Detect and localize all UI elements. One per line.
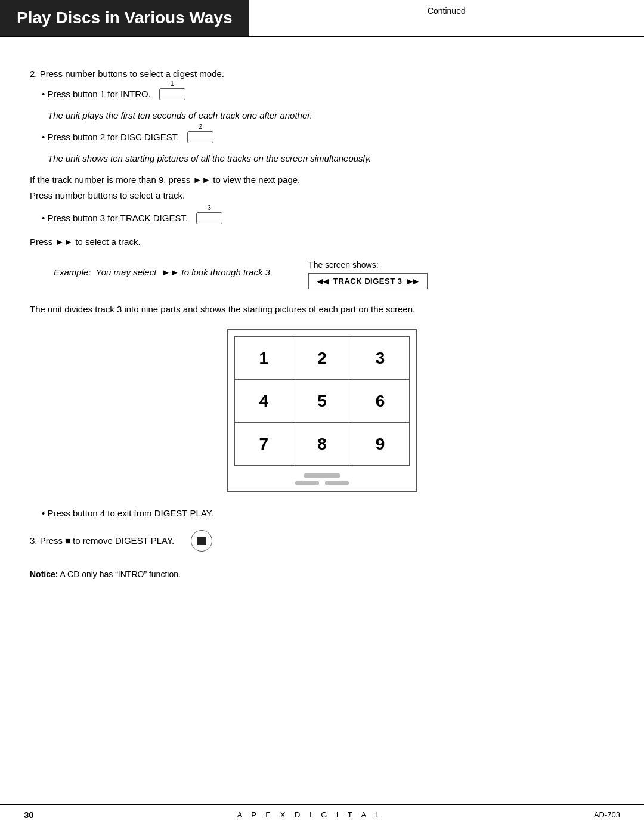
grid-cell-2: 2	[293, 337, 352, 380]
tv-outer: 123456789	[227, 329, 417, 492]
intro-italic: The unit plays the first ten seconds of …	[48, 109, 614, 123]
track-digest-bullet-text: • Press button 3 for TRACK DIGEST.	[42, 211, 188, 225]
right-arrow-icon	[407, 277, 418, 286]
press-forward-text: Press ►► to select a track.	[30, 235, 614, 249]
tv-base-right	[325, 481, 349, 485]
example-area: Example: You may select ►► to look throu…	[54, 255, 614, 289]
page-footer: 30 A P E X D I G I T A L AD-703	[0, 804, 644, 820]
tv-base-left	[295, 481, 319, 485]
track-digest-text: TRACK DIGEST 3	[333, 277, 402, 286]
button-2-illus: 2	[187, 131, 213, 143]
grid-cell-3: 3	[351, 337, 410, 380]
exit-bullet-text: • Press button 4 to exit from DIGEST PLA…	[42, 506, 213, 521]
grid-cell-5: 5	[293, 380, 352, 423]
grid-cell-7: 7	[235, 423, 293, 466]
grid-cell-4: 4	[235, 380, 293, 423]
button-3-illus: 3	[196, 212, 222, 224]
grid-cell-8: 8	[293, 423, 352, 466]
step3-rest: to remove DIGEST PLAY.	[73, 534, 174, 548]
track-digest-row: • Press button 3 for TRACK DIGEST. 3	[42, 211, 614, 225]
screen-shows-label: The screen shows:	[308, 255, 379, 270]
disc-digest-row: • Press button 2 for DISC DIGEST. 2	[42, 130, 614, 144]
tv-illustration: 123456789	[30, 329, 614, 492]
notice-text: A CD only has “INTRO” function.	[60, 569, 181, 579]
tv-ctrl-bar-wide	[304, 473, 340, 478]
stop-button-illus	[191, 530, 212, 552]
left-arrow-icon	[317, 277, 329, 286]
grid: 123456789	[234, 336, 410, 466]
example-text: Example: You may select ►► to look throu…	[54, 265, 273, 280]
page-number: 30	[24, 810, 48, 820]
grid-cell-9: 9	[351, 423, 410, 466]
tv-controls	[234, 471, 410, 479]
notice-label: Notice:	[30, 569, 58, 579]
intro-bullet-text: • Press button 1 for INTRO.	[42, 87, 151, 101]
grid-cell-6: 6	[351, 380, 410, 423]
stop-symbol: ■	[65, 534, 70, 548]
continued-label: Continued	[249, 0, 644, 36]
divides-text: The unit divides track 3 into nine parts…	[30, 302, 614, 317]
button-1-illus: 1	[159, 88, 185, 100]
title-box: Play Discs in Various Ways	[0, 0, 249, 36]
brand-name: A P E X D I G I T A L	[48, 810, 572, 819]
step3-label: 3. Press	[30, 534, 63, 548]
exit-row: • Press button 4 to exit from DIGEST PLA…	[42, 506, 614, 521]
step2-section: 2. Press number buttons to select a dige…	[30, 67, 614, 579]
tv-base-line	[234, 481, 410, 485]
step3-row: 3. Press ■ to remove DIGEST PLAY.	[30, 530, 614, 552]
stop-square-icon	[197, 537, 206, 545]
step2-label: 2. Press number buttons to select a dige…	[30, 67, 614, 81]
main-content: 2. Press number buttons to select a dige…	[0, 37, 644, 608]
tv-screen: 123456789	[234, 336, 410, 466]
disc-digest-bullet-text: • Press button 2 for DISC DIGEST.	[42, 130, 179, 144]
grid-cell-1: 1	[235, 337, 293, 380]
next-page-text2: Press number buttons to select a track.	[30, 188, 614, 203]
disc-digest-italic: The unit shows ten starting pictures of …	[48, 151, 614, 166]
model-number: AD-703	[572, 810, 620, 819]
intro-row: • Press button 1 for INTRO. 1	[42, 87, 614, 101]
notice-section: Notice: A CD only has “INTRO” function.	[30, 569, 614, 579]
page-header: Play Discs in Various Ways Continued	[0, 0, 644, 37]
next-page-text1: If the track number is more than 9, pres…	[30, 173, 614, 187]
page-title: Play Discs in Various Ways	[17, 8, 233, 27]
track-digest-display: TRACK DIGEST 3	[308, 273, 428, 289]
